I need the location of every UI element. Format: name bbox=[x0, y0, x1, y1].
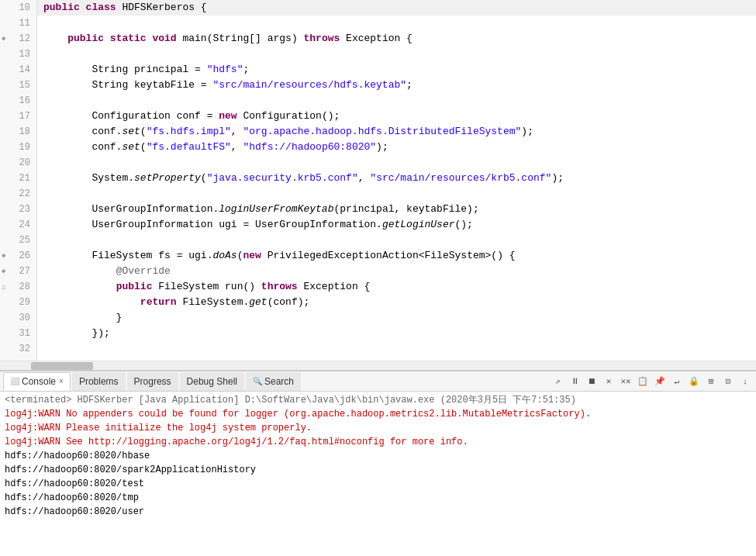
code-token: UserGroupInformation. bbox=[43, 203, 219, 215]
code-token: ); bbox=[521, 126, 533, 137]
line-code: Configuration conf = new Configuration()… bbox=[37, 109, 756, 124]
code-token: (); bbox=[455, 219, 473, 230]
line-number: 31 bbox=[9, 326, 30, 341]
code-token: getLoginUser bbox=[382, 219, 455, 230]
pin-icon[interactable]: 📌 bbox=[652, 374, 668, 389]
code-line: △28 public FileSystem run() throws Excep… bbox=[0, 279, 756, 295]
code-token: (conf); bbox=[268, 296, 310, 308]
tab-label: Console bbox=[22, 376, 56, 387]
code-token: new bbox=[219, 110, 243, 122]
console-tab-search[interactable]: 🔍Search bbox=[246, 372, 301, 391]
code-token: Exception { bbox=[303, 281, 370, 292]
new-console-icon[interactable]: ⊞ bbox=[703, 374, 719, 389]
console-output[interactable]: <terminated> HDFSKerber [Java Applicatio… bbox=[0, 392, 756, 556]
line-number: 20 bbox=[9, 155, 30, 171]
code-token: "hdfs://hadoop60:8020" bbox=[243, 141, 376, 153]
line-code bbox=[37, 155, 756, 171]
word-wrap-icon[interactable]: ↵ bbox=[669, 374, 685, 389]
line-gutter: 13 bbox=[0, 47, 37, 62]
code-token: Exception { bbox=[346, 33, 413, 44]
code-token: ); bbox=[376, 141, 388, 153]
layout-icon[interactable]: ⊡ bbox=[720, 374, 736, 389]
close-console-icon[interactable]: ↓ bbox=[737, 374, 753, 389]
fold-icon[interactable]: ◆ bbox=[2, 264, 5, 279]
code-token: loginUserFromKeytab bbox=[219, 203, 333, 215]
remove-all-icon[interactable]: ✕✕ bbox=[618, 374, 633, 389]
code-token: @Override bbox=[116, 265, 171, 277]
line-code bbox=[37, 47, 756, 62]
code-token: conf. bbox=[43, 126, 122, 137]
line-number: 29 bbox=[9, 295, 30, 310]
console-toolbar: ⇗⏸⏹✕✕✕📋📌↵🔒⊞⊡↓ bbox=[550, 374, 753, 389]
line-number: 11 bbox=[9, 16, 30, 31]
line-number: 10 bbox=[9, 0, 30, 16]
line-gutter: 20 bbox=[0, 155, 37, 171]
console-tab-problems[interactable]: Problems bbox=[72, 372, 126, 391]
line-gutter: 10 bbox=[0, 0, 37, 16]
scrollbar-thumb[interactable] bbox=[31, 362, 93, 370]
code-line: 22 bbox=[0, 186, 756, 202]
code-token: "java.security.krb5.conf" bbox=[207, 172, 358, 184]
line-code: System.setProperty("java.security.krb5.c… bbox=[37, 171, 756, 186]
line-gutter: 32 bbox=[0, 341, 37, 357]
line-code bbox=[37, 233, 756, 248]
code-token: FileSystem fs = ugi. bbox=[43, 250, 212, 261]
code-line: 31 }); bbox=[0, 326, 756, 341]
line-code: UserGroupInformation.loginUserFromKeytab… bbox=[37, 202, 756, 217]
line-number: 26 bbox=[9, 248, 30, 264]
line-code bbox=[37, 16, 756, 31]
pause-icon[interactable]: ⏸ bbox=[567, 374, 582, 389]
tab-label: Problems bbox=[79, 376, 119, 387]
line-number: 21 bbox=[9, 171, 30, 186]
code-line: 23 UserGroupInformation.loginUserFromKey… bbox=[0, 202, 756, 217]
code-token: ( bbox=[140, 141, 147, 153]
stop-icon[interactable]: ⏹ bbox=[584, 374, 599, 389]
code-token: ; bbox=[406, 79, 413, 91]
code-token: "fs.defaultFS" bbox=[147, 141, 231, 153]
code-line: ◆27 @Override bbox=[0, 264, 756, 279]
line-code: UserGroupInformation ugi = UserGroupInfo… bbox=[37, 217, 756, 233]
console-output-line: log4j:WARN See http://logging.apache.org… bbox=[5, 435, 751, 449]
console-tab-progress[interactable]: Progress bbox=[127, 372, 178, 391]
code-line: 20 bbox=[0, 155, 756, 171]
code-token: ( bbox=[201, 172, 207, 184]
fold-icon[interactable]: ◆ bbox=[2, 248, 5, 264]
code-token: String principal = bbox=[43, 64, 207, 75]
console-output-line: hdfs://hadoop60:8020/hbase bbox=[5, 449, 751, 463]
code-token: public bbox=[116, 281, 159, 292]
scroll-lock-icon[interactable]: 🔒 bbox=[686, 374, 702, 389]
line-number: 28 bbox=[9, 279, 30, 295]
code-content[interactable]: 10public class HDFSKerberos {11◆12 publi… bbox=[0, 0, 756, 361]
console-tab-console[interactable]: ⬜Console× bbox=[3, 372, 71, 391]
code-token: public bbox=[67, 33, 110, 44]
tab-close-button[interactable]: × bbox=[59, 377, 64, 385]
code-token: throws bbox=[303, 33, 346, 44]
line-number: 24 bbox=[9, 217, 30, 233]
tab-label: Search bbox=[264, 376, 294, 387]
code-token: throws bbox=[261, 281, 304, 292]
share-icon[interactable]: ⇗ bbox=[550, 374, 565, 389]
code-token: void bbox=[152, 33, 182, 44]
code-token: "src/main/resources/krb5.conf" bbox=[370, 172, 551, 184]
code-line: 18 conf.set("fs.hdfs.impl", "org.apache.… bbox=[0, 124, 756, 140]
fold-icon[interactable]: △ bbox=[2, 279, 5, 295]
code-token bbox=[43, 296, 140, 308]
code-line: 29 return FileSystem.get(conf); bbox=[0, 295, 756, 310]
line-gutter: 14 bbox=[0, 62, 37, 78]
code-token: }); bbox=[43, 327, 110, 339]
tab-label: Progress bbox=[134, 376, 171, 387]
line-number: 32 bbox=[9, 341, 30, 357]
horizontal-scrollbar[interactable] bbox=[0, 361, 756, 370]
line-gutter: 25 bbox=[0, 233, 37, 248]
copy-icon[interactable]: 📋 bbox=[635, 374, 651, 389]
line-gutter: 22 bbox=[0, 186, 37, 202]
code-token: System. bbox=[43, 172, 134, 184]
fold-icon[interactable]: ◆ bbox=[2, 31, 5, 47]
terminate-icon[interactable]: ✕ bbox=[601, 374, 616, 389]
code-token: main(String[] args) bbox=[182, 33, 303, 44]
code-token: ); bbox=[551, 172, 564, 184]
code-token: ; bbox=[243, 64, 249, 75]
console-tab-debug-shell[interactable]: Debug Shell bbox=[180, 372, 244, 391]
line-gutter: △28 bbox=[0, 279, 37, 295]
code-token: static bbox=[110, 33, 153, 44]
